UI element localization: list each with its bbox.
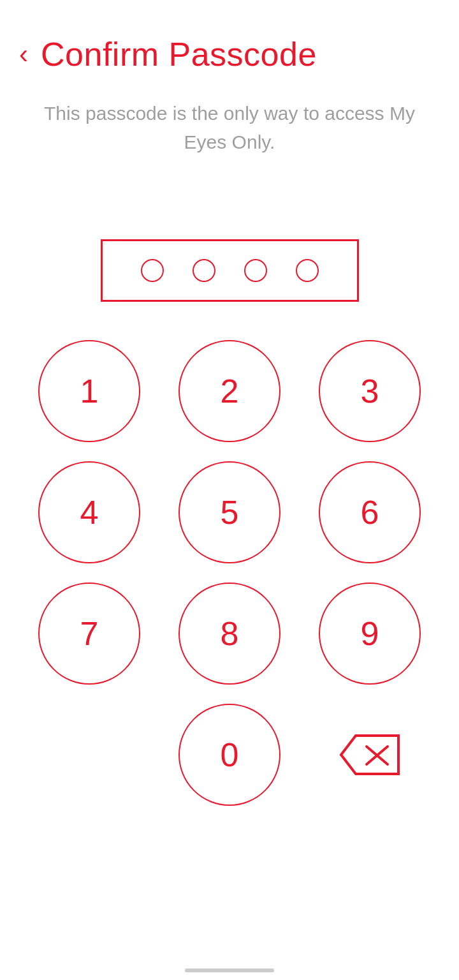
key-0[interactable]: 0 <box>178 704 280 806</box>
keypad-row-1: 1 2 3 <box>38 340 421 442</box>
key-6[interactable]: 6 <box>319 461 421 563</box>
passcode-display <box>101 239 359 302</box>
header: ‹ Confirm Passcode <box>0 0 459 86</box>
delete-button[interactable] <box>319 704 421 806</box>
keypad-row-2: 4 5 6 <box>38 461 421 563</box>
key-9[interactable]: 9 <box>319 583 421 685</box>
key-3[interactable]: 3 <box>319 340 421 442</box>
back-icon[interactable]: ‹ <box>19 41 28 68</box>
key-8[interactable]: 8 <box>178 583 280 685</box>
key-7[interactable]: 7 <box>38 583 140 685</box>
key-5[interactable]: 5 <box>178 461 280 563</box>
bottom-bar <box>185 969 274 972</box>
subtitle: This passcode is the only way to access … <box>0 93 459 163</box>
passcode-dot-3 <box>244 259 267 282</box>
key-4[interactable]: 4 <box>38 461 140 563</box>
keypad-row-4: 0 <box>38 704 421 806</box>
keypad-row-3: 7 8 9 <box>38 583 421 685</box>
page-title: Confirm Passcode <box>41 35 317 73</box>
keypad: 1 2 3 4 5 6 7 8 9 0 <box>0 340 459 806</box>
passcode-dot-1 <box>141 259 164 282</box>
passcode-dot-2 <box>193 259 215 282</box>
passcode-dot-4 <box>296 259 319 282</box>
key-1[interactable]: 1 <box>38 340 140 442</box>
key-2[interactable]: 2 <box>178 340 280 442</box>
